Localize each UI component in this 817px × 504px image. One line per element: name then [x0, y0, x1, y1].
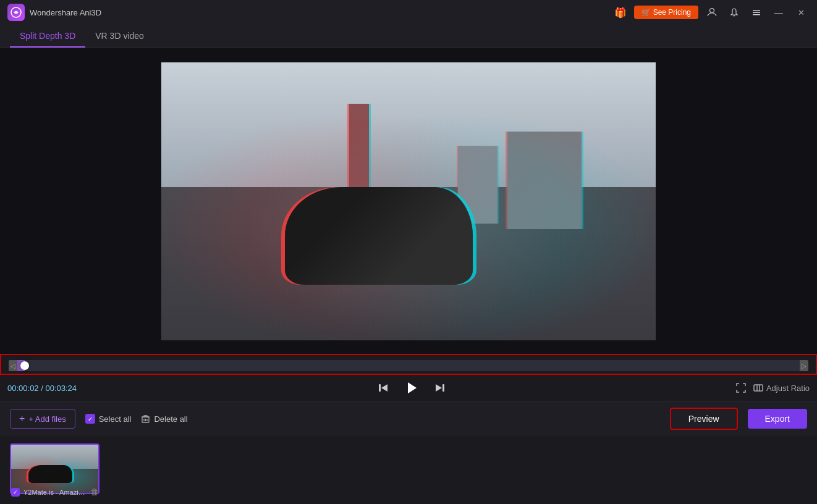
svg-rect-2 — [753, 10, 760, 11]
preview-button[interactable]: Preview — [670, 408, 738, 430]
current-time: 00:00:02 — [7, 384, 39, 393]
see-pricing-cart-icon: 🛒 — [641, 8, 651, 17]
scrubber-thumb[interactable] — [20, 361, 29, 370]
app-logo — [7, 4, 25, 21]
total-time: 00:03:24 — [45, 384, 77, 393]
skip-back-button[interactable] — [375, 380, 391, 396]
svg-rect-4 — [753, 14, 760, 15]
thumb-car — [28, 465, 72, 484]
car-shape — [285, 187, 473, 285]
file-checkbox-row: ✓ Y2Mate.is - Amazing 3D R. 🗑 — [10, 485, 99, 498]
select-all-button[interactable]: ✓ Select all — [85, 414, 132, 424]
svg-marker-6 — [381, 384, 387, 392]
export-label: Export — [765, 414, 790, 424]
title-bar-actions: 🎁 🛒 See Pricing — ✕ — [612, 4, 810, 21]
tab-split-depth-3d-label: Split Depth 3D — [20, 31, 75, 41]
video-preview — [161, 62, 656, 340]
gift-icon[interactable]: 🎁 — [612, 4, 629, 21]
select-all-label: Select all — [99, 414, 132, 424]
right-controls: Adjust Ratio — [735, 382, 810, 393]
tab-vr-3d-video-label: VR 3D video — [95, 31, 144, 41]
expand-icon-button[interactable] — [735, 382, 747, 393]
video-area — [0, 48, 817, 354]
scrubber-track[interactable]: ◁ ▷ — [9, 360, 808, 371]
svg-marker-7 — [408, 382, 417, 393]
time-display: 00:00:02 / 00:03:24 — [7, 384, 88, 393]
scrubber-area: ◁ ▷ — [0, 354, 817, 375]
minimize-icon[interactable]: — — [770, 4, 787, 21]
play-button[interactable] — [402, 379, 421, 397]
playback-controls — [88, 379, 735, 397]
delete-all-icon — [141, 414, 150, 424]
add-files-label: + Add files — [28, 414, 66, 424]
file-bar: + + Add files ✓ Select all Delete all Pr… — [0, 401, 817, 436]
svg-rect-5 — [379, 384, 381, 392]
delete-all-button[interactable]: Delete all — [141, 414, 187, 424]
svg-point-1 — [710, 9, 714, 13]
app-title: Wondershare Ani3D — [30, 8, 612, 17]
tab-vr-3d-video[interactable]: VR 3D video — [85, 24, 154, 48]
list-item[interactable]: ✓ Y2Mate.is - Amazing 3D R. 🗑 — [10, 443, 99, 497]
preview-label: Preview — [688, 414, 719, 424]
svg-rect-3 — [753, 12, 760, 14]
delete-all-label: Delete all — [154, 414, 187, 424]
file-grid: ✓ Y2Mate.is - Amazing 3D R. 🗑 — [0, 436, 817, 504]
tabs-bar: Split Depth 3D VR 3D video — [0, 25, 817, 48]
svg-rect-8 — [442, 384, 444, 392]
notification-icon[interactable] — [726, 4, 743, 21]
skip-forward-button[interactable] — [432, 380, 448, 396]
select-all-checkbox-icon: ✓ — [85, 414, 95, 424]
export-button[interactable]: Export — [748, 409, 807, 429]
adjust-ratio-label: Adjust Ratio — [766, 384, 810, 393]
svg-marker-9 — [436, 384, 442, 392]
title-bar: Wondershare Ani3D 🎁 🛒 See Pricing — [0, 0, 817, 25]
tab-split-depth-3d[interactable]: Split Depth 3D — [10, 24, 85, 48]
file-checked-icon[interactable]: ✓ — [11, 488, 20, 497]
see-pricing-button[interactable]: 🛒 See Pricing — [634, 6, 698, 19]
add-files-button[interactable]: + + Add files — [10, 409, 75, 429]
scrubber-end-marker: ▷ — [800, 360, 808, 371]
svg-rect-10 — [754, 385, 763, 391]
file-name: Y2Mate.is - Amazing 3D R. — [23, 489, 87, 496]
adjust-ratio-button[interactable]: Adjust Ratio — [753, 382, 810, 393]
add-files-icon: + — [19, 413, 25, 424]
video-frame — [161, 62, 656, 340]
scrubber-start-marker: ◁ — [9, 360, 17, 371]
main-content: ◁ ▷ 00:00:02 / 00:03:24 — [0, 48, 817, 504]
menu-icon[interactable] — [748, 4, 765, 21]
close-icon[interactable]: ✕ — [792, 4, 810, 21]
see-pricing-label: See Pricing — [653, 8, 691, 17]
file-delete-icon[interactable]: 🗑 — [90, 487, 98, 497]
controls-bar: 00:00:02 / 00:03:24 — [0, 375, 817, 401]
user-icon[interactable] — [703, 4, 721, 21]
